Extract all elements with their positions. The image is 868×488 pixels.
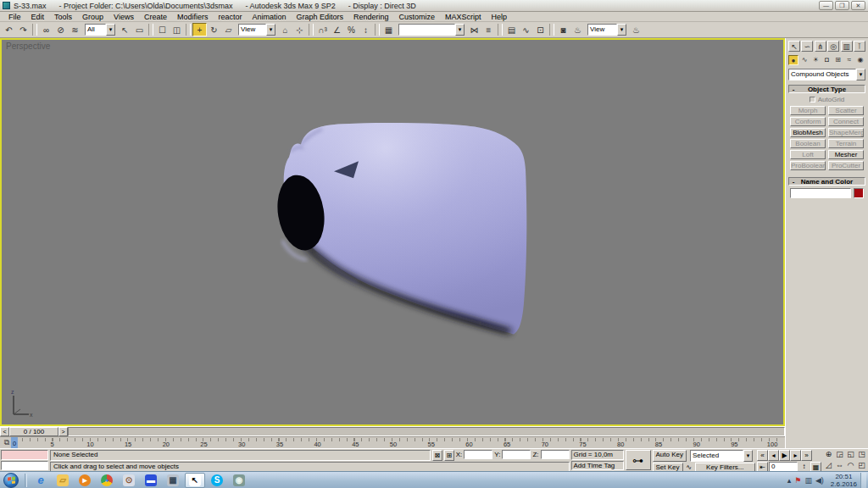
menu-maxscript[interactable]: MAXScript xyxy=(440,13,487,21)
play-icon[interactable]: ▶ xyxy=(779,450,790,461)
set-keys-button[interactable]: ⊶ xyxy=(626,450,651,470)
named-selection-sets-dropdown[interactable]: ▾ xyxy=(398,24,465,36)
menu-file[interactable]: File xyxy=(3,13,26,21)
field-of-view-icon[interactable]: ◿ xyxy=(823,461,834,471)
autogrid-checkbox[interactable] xyxy=(810,97,815,103)
name-and-color-rollout-header[interactable]: - Name and Color xyxy=(788,177,865,186)
menu-edit[interactable]: Edit xyxy=(26,13,50,21)
object-type-button[interactable]: ProCutter xyxy=(828,161,864,170)
object-color-swatch[interactable] xyxy=(854,188,864,198)
object-type-button[interactable]: Morph xyxy=(790,106,826,115)
subcategory-dropdown[interactable]: Compound Objects ▾ xyxy=(788,69,865,80)
time-slider-handle[interactable]: 0 / 100 xyxy=(9,427,58,436)
render-preset-dropdown[interactable]: View ▾ xyxy=(587,24,626,36)
start-button[interactable] xyxy=(3,473,19,488)
restore-button[interactable]: ❐ xyxy=(835,1,849,10)
object-type-button[interactable]: Terrain xyxy=(828,139,864,148)
active-3dsmax-cursor-icon[interactable]: ↖ xyxy=(185,473,205,488)
x-coordinate-field[interactable] xyxy=(464,450,492,459)
spinner-snap-icon[interactable]: ↕ xyxy=(359,23,373,36)
separator[interactable] xyxy=(549,24,554,36)
3d-model-train-nose[interactable] xyxy=(2,40,783,424)
menu-help[interactable]: Help xyxy=(487,13,513,21)
object-type-button[interactable]: BlobMesh xyxy=(790,128,826,137)
select-and-scale-icon[interactable]: ▱ xyxy=(221,23,236,36)
tab-utilities[interactable]: ⊺ xyxy=(854,41,865,52)
go-to-end-icon[interactable]: » xyxy=(801,450,812,461)
zoom-extents-icon[interactable]: ◱ xyxy=(845,450,856,460)
time-slider-track[interactable] xyxy=(68,427,785,436)
object-type-button[interactable]: Loft xyxy=(790,150,826,159)
calculator-icon[interactable]: ▦ xyxy=(163,473,183,488)
chrome-icon[interactable]: ● xyxy=(97,473,117,488)
maxscript-mini-listener[interactable] xyxy=(1,450,48,460)
object-type-button[interactable]: Boolean xyxy=(790,139,826,148)
tab-create[interactable]: ↖ xyxy=(788,41,800,52)
z-coordinate-field[interactable] xyxy=(541,450,570,459)
quick-render-icon[interactable]: ♨ xyxy=(629,23,643,36)
category-lights[interactable]: ☀ xyxy=(810,55,821,65)
object-type-button[interactable]: Scatter xyxy=(828,106,864,115)
select-by-name-icon[interactable]: ▭ xyxy=(132,23,147,36)
perspective-viewport[interactable]: Perspective xyxy=(0,38,785,426)
tab-motion[interactable]: ◎ xyxy=(827,41,839,52)
object-type-button[interactable]: ProBoolean xyxy=(790,161,826,170)
select-object-icon[interactable]: ↖ xyxy=(118,23,132,36)
absolute-offset-mode-icon[interactable]: ⊞ xyxy=(444,450,454,461)
object-type-button[interactable]: ShapeMerge xyxy=(828,128,864,137)
zoom-all-icon[interactable]: ◲ xyxy=(834,450,845,460)
object-type-button[interactable]: Connect xyxy=(828,117,864,126)
menu-views[interactable]: Views xyxy=(108,13,139,21)
3dsmax-file-icon[interactable]: ▬ xyxy=(141,473,161,488)
media-player-icon[interactable]: ▸ xyxy=(75,473,95,488)
object-type-button[interactable]: Mesher xyxy=(828,150,864,159)
trackbar-ruler[interactable]: 0510152025303540455055606570758085909510… xyxy=(14,437,780,448)
chevron-down-icon[interactable]: ▾ xyxy=(743,450,753,462)
menu-graph-editors[interactable]: Graph Editors xyxy=(292,13,349,21)
menu-modifiers[interactable]: Modifiers xyxy=(172,13,214,21)
maxscript-listener-white[interactable] xyxy=(1,461,48,471)
mirror-icon[interactable]: ⋈ xyxy=(467,23,481,36)
category-shapes[interactable]: ∿ xyxy=(799,55,810,65)
snap-toggle-3d-icon[interactable]: ∩³ xyxy=(315,23,330,36)
add-time-tag[interactable]: Add Time Tag xyxy=(571,461,624,471)
menu-reactor[interactable]: reactor xyxy=(213,13,247,21)
viewport-label[interactable]: Perspective xyxy=(6,42,50,51)
hidden-icons-icon[interactable]: ▴ xyxy=(787,476,792,485)
category-cameras[interactable]: ◘ xyxy=(821,55,832,65)
internet-explorer-icon[interactable]: e xyxy=(31,473,51,488)
menu-group[interactable]: Group xyxy=(77,13,108,21)
layer-manager-icon[interactable]: ▤ xyxy=(504,23,519,36)
tab-modify[interactable]: ∽ xyxy=(801,41,813,52)
close-button[interactable]: ✕ xyxy=(851,1,865,10)
category-geometry[interactable]: ● xyxy=(788,55,798,65)
go-to-start-icon[interactable]: « xyxy=(757,450,768,461)
y-coordinate-field[interactable] xyxy=(502,450,531,459)
collapse-icon[interactable]: - xyxy=(789,178,798,186)
tab-hierarchy[interactable]: ⋔ xyxy=(815,41,826,52)
screen-share-app-icon[interactable]: ◉ xyxy=(229,473,249,488)
collapse-icon[interactable]: - xyxy=(789,86,798,93)
select-and-rotate-icon[interactable]: ↻ xyxy=(207,23,221,36)
min-max-toggle-icon[interactable]: ◰ xyxy=(856,461,867,471)
show-desktop-button[interactable] xyxy=(860,473,866,488)
rectangular-selection-region-icon[interactable]: ☐ xyxy=(155,23,170,36)
zoom-icon[interactable]: ⊕ xyxy=(823,450,834,460)
menu-animation[interactable]: Animation xyxy=(247,13,291,21)
volume-icon[interactable]: ◀) xyxy=(815,476,824,485)
object-type-button[interactable]: Conform xyxy=(790,117,826,126)
use-pivot-point-icon[interactable]: ⌂ xyxy=(278,23,292,36)
paint-icon[interactable]: ⊙ xyxy=(119,473,139,488)
network-icon[interactable]: ▥ xyxy=(804,476,812,485)
undo-icon[interactable]: ↶ xyxy=(2,23,16,36)
select-and-manipulate-icon[interactable]: ⊹ xyxy=(292,23,307,36)
auto-key-button[interactable]: Auto Key xyxy=(653,450,687,462)
unlink-selection-icon[interactable]: ⊘ xyxy=(53,23,68,36)
bind-to-spacewarp-icon[interactable]: ≋ xyxy=(68,23,82,36)
separator[interactable] xyxy=(186,24,191,36)
category-spacewarps[interactable]: ≈ xyxy=(844,55,854,65)
action-center-flag-icon[interactable]: ⚑ xyxy=(794,476,801,485)
previous-frame-icon[interactable]: ◂ xyxy=(768,450,779,461)
taskbar-clock[interactable]: 20:51 2.6.2016 xyxy=(831,473,857,488)
chevron-down-icon[interactable]: ▾ xyxy=(455,24,465,36)
